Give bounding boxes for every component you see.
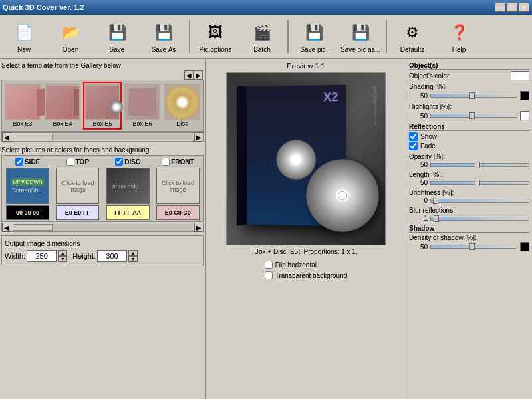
brightness-slider-row: 0 (409, 197, 529, 204)
fade-checkbox[interactable] (409, 142, 418, 150)
shading-thumb[interactable] (469, 92, 475, 99)
objects-section: Object(s) Object's color: (409, 62, 529, 80)
gallery-item-disc[interactable]: Disc (163, 82, 201, 130)
length-value: 50 (409, 179, 428, 186)
blur-thumb[interactable] (434, 215, 439, 222)
width-input[interactable] (27, 250, 57, 262)
gallery-next-button[interactable]: ▶ (194, 70, 203, 80)
objects-title: Object(s) (409, 62, 529, 70)
objects-color-swatch[interactable] (511, 71, 529, 80)
gallery-label: Select a template from the Gallery below… (1, 61, 204, 70)
face-name-disc: DISC (124, 158, 140, 166)
blur-track[interactable] (430, 217, 529, 221)
shadow-density-track[interactable] (430, 245, 517, 249)
face-color-side[interactable]: 00 00 00 (6, 205, 49, 220)
save-as-label: Save As (152, 46, 176, 53)
opacity-thumb[interactable] (475, 162, 480, 168)
height-up-button[interactable]: ▲ (128, 250, 138, 256)
highlights-track[interactable] (430, 114, 517, 118)
right-panel: Object(s) Object's color: Shading [%]: 5… (406, 59, 532, 399)
shadow-density-thumb[interactable] (469, 243, 475, 250)
highlights-label: Highlights [%]: (409, 103, 529, 110)
height-label: Height: (72, 252, 96, 260)
scroll-right-button[interactable]: ▶ (194, 132, 203, 142)
gallery-prev-button[interactable]: ◀ (184, 70, 194, 80)
open-button[interactable]: 📂 Open (48, 17, 93, 55)
face-check-disc[interactable] (115, 158, 123, 166)
opacity-slider-row: 50 (409, 161, 529, 168)
face-name-top: TOP (76, 158, 89, 166)
save-pic-as-button[interactable]: 💾 Save pic as... (338, 17, 383, 55)
save-as-button[interactable]: 💾 Save As (141, 17, 186, 55)
brightness-thumb[interactable] (433, 198, 438, 204)
length-thumb[interactable] (475, 180, 480, 186)
faces-scroll-thumb[interactable] (13, 224, 53, 231)
width-up-button[interactable]: ▲ (58, 250, 67, 256)
length-slider-row: 50 (409, 179, 529, 186)
highlights-slider-row: 50 (409, 111, 529, 120)
face-color-front[interactable]: E0 C0 C0 (156, 205, 200, 220)
save-pic-button[interactable]: 💾 Save pic. (291, 17, 336, 55)
flip-checkbox[interactable] (265, 261, 273, 269)
face-thumb-side[interactable]: UP▼DOWN ScreenSh... (6, 168, 49, 204)
maximize-button[interactable]: □ (507, 3, 517, 12)
gallery-scrollbar[interactable]: ◀ ▶ (1, 132, 204, 142)
face-check-side[interactable] (15, 158, 23, 166)
transparent-checkbox[interactable] (265, 271, 273, 279)
shading-value: 50 (409, 92, 428, 100)
batch-button[interactable]: 🎬 Batch (239, 17, 285, 55)
length-track[interactable] (430, 181, 529, 185)
scroll-thumb[interactable] (13, 134, 53, 140)
face-color-disc[interactable]: FF FF AA (106, 205, 150, 220)
gallery-item-boxe6[interactable]: Box E6 (123, 82, 162, 130)
gallery-item-boxe3[interactable]: Box E3 (3, 82, 42, 130)
brightness-track[interactable] (430, 199, 529, 203)
opacity-track[interactable] (430, 163, 529, 167)
flip-row: Flip horizontal (265, 261, 348, 269)
objects-color-label: Object's color: (409, 72, 451, 80)
faces-scrollbar[interactable]: ◀ ▶ (1, 223, 204, 232)
new-button[interactable]: 📄 New (1, 17, 47, 55)
pic-options-button[interactable]: 🖼 Pic.options (193, 17, 238, 55)
help-icon: ❓ (446, 19, 472, 46)
save-button[interactable]: 💾 Save (94, 17, 140, 55)
width-down-button[interactable]: ▼ (58, 256, 67, 262)
height-input[interactable] (97, 250, 127, 262)
faces-section: Select pictures or colors for faces and … (1, 145, 204, 222)
faces-scroll-right-button[interactable]: ▶ (194, 223, 203, 232)
face-thumb-top[interactable]: Click to load image (56, 168, 99, 204)
shadow-section: Shadow Density of shadow [%]: 50 (409, 225, 529, 251)
face-thumb-disc[interactable]: anna paki... (106, 168, 150, 204)
face-color-top[interactable]: E0 E0 FF (56, 205, 99, 220)
gallery-item-boxe5[interactable]: Box E5 (83, 82, 122, 130)
shading-slider-row: 50 (409, 91, 529, 100)
shading-track[interactable] (430, 94, 517, 98)
brightness-label: Brightness [%]: (409, 189, 529, 196)
opacity-value: 50 (409, 161, 428, 168)
faces-scroll-left-button[interactable]: ◀ (2, 223, 11, 232)
height-down-button[interactable]: ▼ (128, 256, 138, 262)
scroll-track[interactable] (13, 134, 193, 140)
save-pic-as-label: Save pic as... (340, 46, 380, 53)
highlights-thumb[interactable] (469, 112, 475, 119)
reflections-section: Reflections Show Fade (409, 123, 529, 150)
width-spinner: ▲ ▼ (58, 250, 67, 262)
gallery-item-boxe4[interactable]: Box E4 (43, 82, 82, 130)
save-pic-label: Save pic. (300, 46, 327, 53)
face-name-front: FRONT (171, 158, 194, 166)
faces-scroll-track[interactable] (13, 224, 193, 231)
minimize-button[interactable]: ─ (495, 3, 505, 12)
preview-description: Box + Disc [E5]. Proportions: 1 x 1. (254, 248, 357, 255)
shading-section: Shading [%]: 50 (409, 83, 529, 100)
close-button[interactable]: ✕ (519, 3, 529, 12)
face-name-side: SIDE (25, 158, 40, 166)
show-checkbox[interactable] (409, 132, 418, 141)
face-check-front[interactable] (162, 158, 170, 166)
defaults-button[interactable]: ⚙ Defaults (390, 17, 435, 55)
face-thumb-front[interactable]: Click to load image (156, 168, 200, 204)
help-button[interactable]: ❓ Help (436, 17, 481, 55)
scroll-left-button[interactable]: ◀ (2, 132, 11, 142)
face-check-top[interactable] (66, 158, 74, 166)
length-label: Length [%]: (409, 171, 529, 178)
output-section: Output image dimensions Width: ▲ ▼ Heigh… (1, 235, 204, 265)
